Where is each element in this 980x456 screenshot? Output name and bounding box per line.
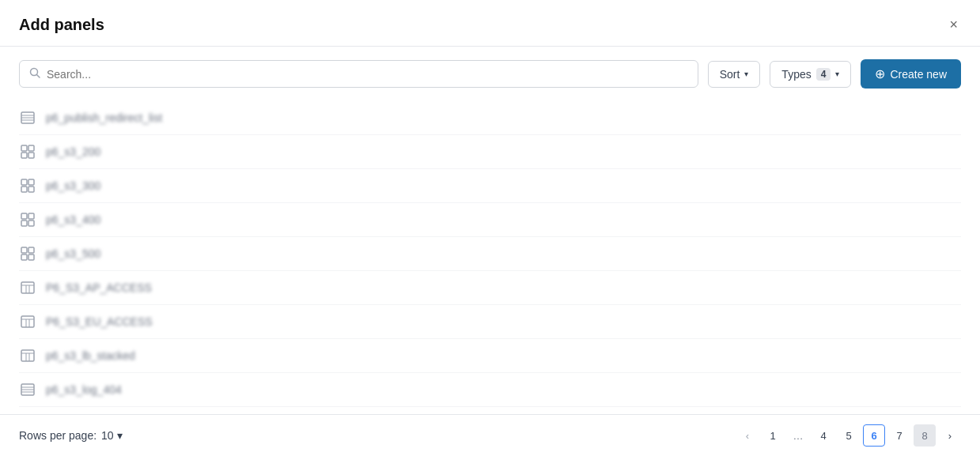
svg-rect-14: [21, 213, 27, 219]
pagination: ‹ 1 … 4 5 6 7 8 ›: [736, 424, 961, 447]
rows-per-page-value: 10: [101, 429, 114, 442]
item-name: p6_s3_300: [46, 179, 100, 192]
page-7-button[interactable]: 7: [888, 424, 910, 447]
svg-rect-10: [21, 179, 27, 185]
svg-rect-18: [21, 247, 27, 253]
create-new-button[interactable]: ⊕ Create new: [861, 59, 961, 89]
item-icon: [19, 211, 36, 228]
close-button[interactable]: ×: [946, 14, 961, 35]
item-icon: [19, 381, 36, 398]
page-6-button[interactable]: 6: [863, 424, 885, 447]
types-badge: 4: [816, 68, 831, 81]
list-item[interactable]: p6_s3_500: [19, 237, 961, 271]
toolbar: Sort ▾ Types 4 ▾ ⊕ Create new: [0, 47, 980, 101]
item-name: p6_publish_redirect_list: [46, 111, 162, 124]
list-item[interactable]: p6_s3_200: [19, 135, 961, 169]
rows-per-page-dropdown[interactable]: 10 ▾: [101, 429, 123, 442]
ellipsis-1: …: [787, 424, 809, 447]
svg-rect-17: [28, 220, 34, 226]
item-name: p6_s3_500: [46, 247, 100, 260]
page-4-button[interactable]: 4: [812, 424, 834, 447]
dialog-title: Add panels: [19, 16, 104, 34]
svg-rect-11: [28, 179, 34, 185]
svg-rect-8: [21, 153, 27, 158]
svg-line-1: [37, 75, 40, 78]
page-5-button[interactable]: 5: [838, 424, 860, 447]
types-label: Types: [781, 68, 811, 81]
next-page-button[interactable]: ›: [939, 424, 961, 447]
types-chevron-icon: ▾: [835, 70, 839, 78]
list-item[interactable]: p6_s3_300: [19, 169, 961, 203]
item-icon: [19, 177, 36, 194]
list-item[interactable]: P6_S3_AP_ACCESS: [19, 271, 961, 305]
panels-list: p6_publish_redirect_list p6_s3_200 p6_s3…: [0, 101, 980, 414]
item-icon: [19, 109, 36, 126]
sort-label: Sort: [720, 68, 740, 81]
page-8-button[interactable]: 8: [914, 424, 936, 447]
item-name: P6_S3_EU_ACCESS: [46, 315, 153, 328]
page-1-button[interactable]: 1: [762, 424, 784, 447]
item-name: p6_s3_400: [46, 213, 100, 226]
sort-chevron-icon: ▾: [744, 70, 748, 78]
svg-rect-21: [28, 254, 34, 260]
svg-rect-19: [28, 247, 34, 253]
svg-rect-30: [21, 350, 34, 361]
svg-rect-7: [28, 145, 34, 151]
list-item[interactable]: p6_s3_400: [19, 203, 961, 237]
item-icon: [19, 279, 36, 296]
rows-per-page-chevron-icon: ▾: [117, 429, 123, 442]
svg-rect-20: [21, 254, 27, 260]
rows-per-page: Rows per page: 10 ▾: [19, 429, 123, 442]
list-item[interactable]: p6_publish_redirect_list: [19, 101, 961, 135]
prev-page-button[interactable]: ‹: [736, 424, 759, 447]
item-icon: [19, 313, 36, 330]
list-item[interactable]: p6_s3_log_404: [19, 373, 961, 407]
sort-button[interactable]: Sort ▾: [708, 61, 761, 88]
svg-rect-6: [21, 145, 27, 151]
svg-rect-26: [21, 316, 34, 327]
svg-rect-12: [21, 187, 27, 192]
item-name: p6_s3_lb_stacked: [46, 349, 135, 362]
rows-per-page-label: Rows per page:: [19, 429, 96, 442]
search-input[interactable]: [47, 68, 688, 81]
footer: Rows per page: 10 ▾ ‹ 1 … 4 5 6 7 8 ›: [0, 414, 980, 456]
svg-rect-15: [28, 213, 34, 219]
svg-rect-22: [21, 282, 34, 293]
list-item[interactable]: P6_S3_EU_ACCESS: [19, 305, 961, 339]
svg-rect-13: [28, 187, 34, 192]
item-icon: [19, 143, 36, 160]
svg-rect-9: [28, 153, 34, 158]
item-icon: [19, 347, 36, 364]
dialog-header: Add panels ×: [0, 0, 980, 47]
item-icon: [19, 245, 36, 262]
list-item[interactable]: p6_s3_log_500: [19, 407, 961, 414]
list-item[interactable]: p6_s3_lb_stacked: [19, 339, 961, 373]
item-name: p6_s3_200: [46, 145, 100, 158]
plus-icon: ⊕: [875, 66, 885, 81]
item-name: P6_S3_AP_ACCESS: [46, 281, 152, 294]
svg-rect-16: [21, 220, 27, 226]
search-icon: [29, 67, 40, 81]
create-new-label: Create new: [890, 68, 947, 81]
search-wrapper: [19, 60, 698, 88]
types-button[interactable]: Types 4 ▾: [770, 61, 851, 88]
item-name: p6_s3_log_404: [46, 383, 122, 396]
add-panels-dialog: Add panels × Sort ▾ Types 4 ▾ ⊕ Create n…: [0, 0, 980, 456]
